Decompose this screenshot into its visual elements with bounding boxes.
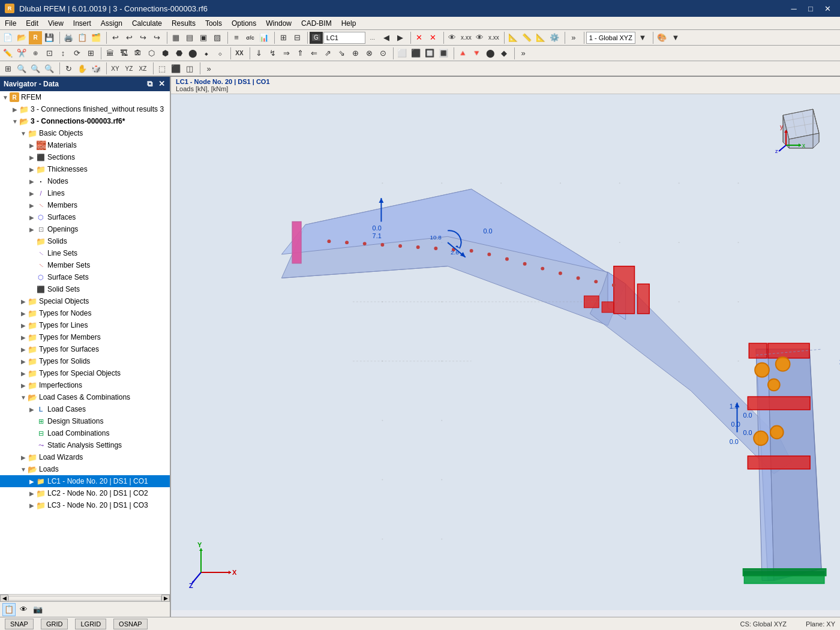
tb-disp1[interactable]: 📐 [506,31,520,44]
tb2-loads4[interactable]: ⇑ [293,47,307,60]
tree-item-solid-sets[interactable]: ▶ ⬛ Solid Sets [0,283,170,295]
tb2-struct6[interactable]: ⬣ [172,47,185,60]
nav-scroll-right[interactable]: ▶ [161,595,170,602]
tb2-struct5[interactable]: ⬢ [158,47,172,60]
coord-combo[interactable]: 1 - Global XYZ [586,32,635,44]
tree-item-surface-sets[interactable]: ▶ ⬡ Surface Sets [0,271,170,283]
tb-undo2[interactable]: ↩ [122,31,136,44]
tb3-rotate[interactable]: ↻ [62,62,75,75]
nav-scroll-track[interactable] [8,596,161,601]
maximize-button[interactable]: □ [803,2,818,14]
tb3-solid[interactable]: ⬛ [169,62,182,75]
nav-scroll-left[interactable]: ◀ [0,595,8,602]
tb-new[interactable]: 📄 [1,31,14,44]
tb3-zoom-box[interactable]: 🔍 [43,62,56,75]
tb2-more[interactable]: » [517,47,530,60]
lc-prev[interactable]: ◀ [380,31,393,44]
tree-item-types-nodes[interactable]: ▶ 📁 Types for Nodes [0,307,170,319]
tree-item-file2[interactable]: ▼ 📂 3 - Connections-000003.rf6* [0,115,170,127]
tree-expand-types-solids[interactable]: ▶ [19,358,28,365]
nav-results-btn[interactable]: 👁 [17,603,30,616]
tb2-loads8[interactable]: ⊕ [349,47,362,60]
tb3-top[interactable]: XZ [136,62,149,75]
tb-calc3[interactable]: 📊 [257,31,271,44]
tree-expand-imperfections[interactable]: ▶ [19,382,28,389]
tree-item-basic-objects[interactable]: ▼ 📁 Basic Objects [0,127,170,139]
tb2-struct9[interactable]: ⬦ [214,47,227,60]
tb-disp2[interactable]: 📏 [520,31,533,44]
tb2-snap3[interactable]: ⬤ [484,47,497,60]
tb2-loads5[interactable]: ⇐ [307,47,320,60]
tree-item-lc3-node[interactable]: ▶ 📁 LC3 - Node No. 20 | DS1 | CO3 [0,499,170,511]
minimize-button[interactable]: ─ [786,2,802,14]
tree-expand-members[interactable]: ▶ [28,202,36,209]
tree-item-lines[interactable]: ▶ / Lines [0,187,170,199]
tree-expand-types-members[interactable]: ▶ [19,334,28,341]
tb2-view4[interactable]: 🔳 [437,47,450,60]
tb-redo[interactable]: ↪ [136,31,149,44]
tb2-loads6[interactable]: ⇗ [321,47,334,60]
tree-item-load-combinations[interactable]: ▶ ⊟ Load Combinations [0,427,170,439]
tb3-more[interactable]: » [202,62,215,75]
osnap-btn[interactable]: OSNAP [113,619,148,629]
tree-item-types-lines[interactable]: ▶ 📁 Types for Lines [0,319,170,331]
tree-item-imperfections[interactable]: ▶ 📁 Imperfections [0,379,170,391]
tb2-loads10[interactable]: ⊙ [376,47,389,60]
tree-item-types-members[interactable]: ▶ 📁 Types for Members [0,331,170,343]
tree-item-lc2-node[interactable]: ▶ 📁 LC2 - Node No. 20 | DS1 | CO2 [0,487,170,499]
tree-expand-lc1-node[interactable]: ▶ [28,478,36,485]
tree-item-file1[interactable]: ▶ 📁 3 - Connections finished_without res… [0,103,170,115]
tb-save[interactable]: 💾 [43,31,56,44]
tree-expand-types-nodes[interactable]: ▶ [19,310,28,317]
tb2-struct7[interactable]: ⬤ [186,47,199,60]
tree-item-solids[interactable]: ▶ 📁 Solids [0,235,170,247]
tb3-wire[interactable]: ⬚ [155,62,169,75]
tb3-trans[interactable]: ◫ [183,62,196,75]
menu-edit[interactable]: Edit [21,17,43,29]
menu-tools[interactable]: Tools [200,17,227,29]
menu-cad-bim[interactable]: CAD-BIM [296,17,337,29]
tb-del[interactable]: ✕ [413,31,426,44]
tb2-5[interactable]: ↕ [56,47,70,60]
tree-expand-lc3-node[interactable]: ▶ [28,502,36,509]
tree-item-load-cases[interactable]: ▶ L Load Cases [0,403,170,415]
tree-item-openings[interactable]: ▶ ⊡ Openings [0,223,170,235]
tb2-view3[interactable]: 🔲 [423,47,436,60]
nav-float-btn[interactable]: ⧉ [145,79,154,89]
tb2-loads9[interactable]: ⊗ [362,47,376,60]
tb2-struct3[interactable]: 🏚 [131,47,144,60]
tb2-3[interactable]: ⊕ [29,47,42,60]
tb2-view2[interactable]: ⬛ [409,47,422,60]
tree-expand-loads[interactable]: ▼ [19,466,28,473]
lc-dots[interactable]: … [366,31,379,44]
tb2-snap4[interactable]: ◆ [497,47,511,60]
tree-item-load-cases-combinations[interactable]: ▼ 📂 Load Cases & Combinations [0,391,170,403]
tb3-zoom-in[interactable]: 🔍 [15,62,28,75]
tb-rfem[interactable]: R [29,31,42,44]
tb2-snap2[interactable]: 🔻 [470,47,483,60]
tb-eye2[interactable]: x.xx [460,31,473,44]
nav-cube[interactable]: x y z [774,100,828,154]
tb3-pan[interactable]: ✋ [76,62,89,75]
tree-expand-types-lines[interactable]: ▶ [19,322,28,329]
tb-table[interactable]: ▦ [169,31,182,44]
tb-undo[interactable]: ↩ [109,31,122,44]
menu-file[interactable]: File [0,17,21,29]
tb-disp3[interactable]: 📐 [534,31,547,44]
tb-view1[interactable]: ⊞ [277,31,290,44]
tb2-xx[interactable]: XX [233,47,246,60]
tb3-front[interactable]: XY [109,62,122,75]
tb2-struct8[interactable]: ⬥ [200,47,213,60]
viewport-canvas[interactable]: 0.0 7.1 10.8 2.6 0.0 [171,94,840,610]
tb2-struct2[interactable]: 🏗 [117,47,130,60]
tb2-2[interactable]: ✂️ [15,47,28,60]
tree-expand-sections[interactable]: ▶ [28,154,36,161]
tb-print3[interactable]: 🗂️ [89,31,103,44]
tb3-zoom-out[interactable]: 🔍 [29,62,42,75]
tb-eye3[interactable]: 👁 [473,31,487,44]
menu-results[interactable]: Results [167,17,200,29]
tb-table2[interactable]: ▤ [183,31,196,44]
tb-table3[interactable]: ▣ [197,31,210,44]
menu-view[interactable]: View [43,17,68,29]
tb3-zoom-fit[interactable]: ⊞ [1,62,14,75]
